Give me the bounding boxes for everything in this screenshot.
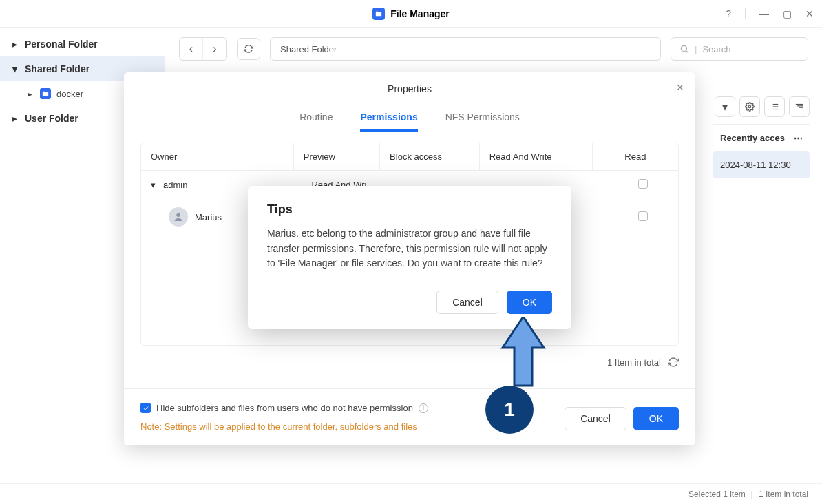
col-preview: Preview bbox=[293, 143, 379, 170]
status-selected: Selected 1 item bbox=[688, 490, 746, 499]
app-title: File Manager bbox=[390, 8, 450, 19]
view-tool-1[interactable]: ▾ bbox=[715, 96, 735, 117]
svg-point-0 bbox=[681, 45, 686, 51]
tab-permissions[interactable]: Permissions bbox=[360, 112, 417, 132]
step-number: 1 bbox=[504, 399, 515, 421]
annotation-step-badge: 1 bbox=[485, 386, 534, 434]
title-bar: File Manager ? — ▢ ✕ bbox=[0, 0, 822, 28]
note-text: Note: Settings will be applied to the cu… bbox=[140, 421, 428, 432]
tips-dialog: Tips Marius. etc belong to the administr… bbox=[248, 186, 571, 329]
sidebar-label: Personal Folder bbox=[25, 39, 98, 50]
toolbar: ‹ › Shared Folder | Search bbox=[165, 28, 822, 70]
user-name: Marius bbox=[195, 212, 222, 222]
col-rw: Read And Write bbox=[479, 143, 592, 170]
list-view-button[interactable] bbox=[764, 96, 785, 117]
tips-ok-button[interactable]: OK bbox=[507, 291, 552, 314]
path-breadcrumb[interactable]: Shared Folder bbox=[270, 37, 661, 61]
search-icon bbox=[679, 44, 689, 54]
hide-subfolders-checkbox[interactable] bbox=[140, 403, 151, 413]
folder-icon bbox=[40, 88, 51, 99]
minimize-button[interactable]: — bbox=[759, 8, 769, 19]
list-icon bbox=[770, 102, 779, 112]
close-button[interactable]: ✕ bbox=[676, 82, 684, 93]
caret-right-icon: ▸ bbox=[12, 113, 19, 124]
status-total: 1 Item in total bbox=[759, 490, 808, 499]
cancel-button[interactable]: Cancel bbox=[565, 407, 626, 430]
settings-button[interactable] bbox=[739, 96, 760, 117]
tab-nfs[interactable]: NFS Permissions bbox=[445, 112, 520, 132]
forward-button[interactable]: › bbox=[203, 38, 226, 60]
read-checkbox[interactable] bbox=[638, 211, 648, 221]
close-window-button[interactable]: ✕ bbox=[805, 8, 814, 19]
recent-date: 2024-08-11 12:30 bbox=[720, 160, 791, 170]
path-text: Shared Folder bbox=[280, 44, 337, 54]
sidebar-label: docker bbox=[56, 89, 83, 99]
sort-button[interactable] bbox=[789, 96, 810, 117]
more-icon[interactable]: ⋯ bbox=[794, 133, 803, 143]
refresh-button[interactable] bbox=[237, 38, 260, 60]
col-block: Block access bbox=[379, 143, 479, 170]
status-bar: Selected 1 item | 1 Item in total bbox=[0, 483, 822, 504]
dialog-title: Properties bbox=[388, 83, 432, 94]
refresh-icon[interactable] bbox=[668, 357, 679, 368]
sidebar-label: User Folder bbox=[25, 113, 78, 124]
col-read: Read bbox=[592, 143, 678, 170]
search-placeholder: Search bbox=[702, 44, 730, 54]
read-checkbox[interactable] bbox=[638, 179, 648, 189]
tips-body: Marius. etc belong to the administrator … bbox=[267, 227, 552, 271]
app-icon bbox=[372, 8, 385, 20]
sidebar-label: Shared Folder bbox=[25, 63, 89, 74]
info-icon[interactable]: i bbox=[419, 403, 428, 413]
nav-buttons: ‹ › bbox=[179, 37, 227, 61]
caret-right-icon: ▸ bbox=[12, 39, 19, 50]
back-button[interactable]: ‹ bbox=[180, 38, 203, 60]
gear-icon bbox=[745, 102, 755, 112]
owner-name: admin bbox=[163, 180, 187, 190]
total-count: 1 Item in total bbox=[607, 357, 661, 368]
svg-point-12 bbox=[176, 213, 180, 217]
search-input[interactable]: | Search bbox=[671, 37, 808, 61]
tips-title: Tips bbox=[267, 202, 552, 217]
caret-down-icon: ▾ bbox=[151, 180, 158, 190]
annotation-arrow bbox=[499, 317, 547, 395]
sort-icon bbox=[794, 102, 804, 112]
help-button[interactable]: ? bbox=[726, 8, 731, 19]
recent-label: Recently acces bbox=[720, 133, 785, 143]
ok-button[interactable]: OK bbox=[633, 407, 679, 430]
recent-row[interactable]: 2024-08-11 12:30 bbox=[713, 151, 810, 178]
avatar bbox=[169, 207, 188, 227]
col-owner: Owner bbox=[141, 143, 293, 170]
caret-down-icon: ▾ bbox=[12, 63, 19, 74]
sidebar-item-personal[interactable]: ▸ Personal Folder bbox=[0, 32, 165, 56]
tab-routine[interactable]: Routine bbox=[299, 112, 333, 132]
svg-point-1 bbox=[748, 105, 751, 108]
tips-cancel-button[interactable]: Cancel bbox=[436, 291, 498, 314]
hide-label: Hide subfolders and files from users who… bbox=[156, 403, 413, 413]
maximize-button[interactable]: ▢ bbox=[783, 8, 792, 19]
caret-right-icon: ▸ bbox=[28, 89, 34, 99]
recent-panel: Recently acces ⋯ 2024-08-11 12:30 bbox=[713, 124, 810, 178]
